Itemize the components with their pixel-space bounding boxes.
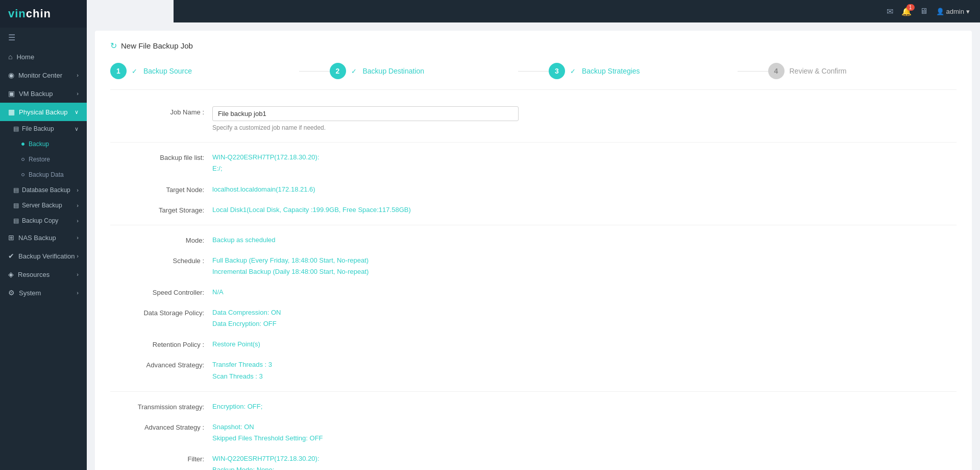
sidebar-item-physical-backup[interactable]: ▦ Physical Backup ∨ bbox=[0, 103, 87, 121]
content-area: ↻ New File Backup Job 1 ✓ Backup Source … bbox=[95, 31, 972, 470]
dot-icon bbox=[21, 173, 24, 176]
data-storage-line2: Data Encryption: OFF bbox=[212, 318, 957, 330]
monitor-icon[interactable]: 🖥 bbox=[920, 7, 928, 16]
step-3-circle: 3 bbox=[549, 63, 565, 79]
backup-file-line1: WIN-Q220ESRH7TP(172.18.30.20): bbox=[212, 152, 957, 163]
chevron-right-icon: › bbox=[77, 290, 79, 296]
sidebar-sub-label: File Backup bbox=[22, 125, 54, 132]
sidebar-item-monitor[interactable]: ◉ Monitor Center › bbox=[0, 66, 87, 84]
sidebar-sub-server-backup[interactable]: ▤ Server Backup › bbox=[0, 198, 87, 213]
sidebar-toggle[interactable]: ☰ bbox=[0, 28, 87, 48]
step-4: 4 Review & Confirm bbox=[768, 63, 957, 79]
sidebar-item-label: System bbox=[19, 289, 41, 297]
step-divider-1 bbox=[299, 71, 330, 72]
advanced-strategy2-line1: Snapshot: ON bbox=[212, 421, 957, 433]
advanced-strategy-line2: Scan Threads : 3 bbox=[212, 371, 957, 382]
database-icon: ▤ bbox=[13, 186, 19, 194]
chevron-right-icon: › bbox=[77, 187, 79, 193]
backup-file-list-value: WIN-Q220ESRH7TP(172.18.30.20): E:/; bbox=[212, 152, 957, 174]
sidebar-sub-database-backup[interactable]: ▤ Database Backup › bbox=[0, 182, 87, 198]
home-icon: ⌂ bbox=[8, 53, 12, 61]
step-1: 1 ✓ Backup Source bbox=[110, 63, 299, 79]
sidebar-item-label: Resources bbox=[18, 271, 50, 278]
transmission-value: Encryption: OFF; bbox=[212, 401, 957, 412]
target-storage-label: Target Storage: bbox=[110, 204, 212, 214]
mode-label: Mode: bbox=[110, 234, 212, 244]
filter-value: WIN-Q220ESRH7TP(172.18.30.20): Backup Mo… bbox=[212, 453, 957, 470]
advanced-strategy2-label: Advanced Strategy : bbox=[110, 421, 212, 431]
server-icon: ▤ bbox=[13, 202, 19, 209]
sidebar-item-home[interactable]: ⌂ Home bbox=[0, 48, 87, 66]
backup-file-line2: E:/; bbox=[212, 163, 957, 174]
monitor-icon: ◉ bbox=[8, 71, 14, 79]
sidebar-item-label: Home bbox=[16, 53, 34, 61]
step-divider-2 bbox=[518, 71, 549, 72]
job-name-input[interactable] bbox=[212, 106, 519, 121]
chevron-down-icon: ▾ bbox=[966, 8, 970, 15]
sidebar-sub-label: Database Backup bbox=[22, 186, 70, 194]
vm-icon: ▣ bbox=[8, 89, 15, 98]
target-storage-row: Target Storage: Local Disk1(Local Disk, … bbox=[110, 204, 957, 216]
chevron-right-icon: › bbox=[77, 218, 79, 224]
job-name-row: Job Name : Specify a customized job name… bbox=[110, 106, 957, 133]
chevron-right-icon: › bbox=[77, 90, 79, 97]
schedule-label: Schedule : bbox=[110, 255, 212, 265]
step-3-label: Backup Strategies bbox=[582, 67, 640, 75]
topbar: ✉ 🔔 1 🖥 👤 admin ▾ bbox=[174, 0, 980, 22]
job-name-label: Job Name : bbox=[110, 106, 212, 116]
data-storage-line1: Data Compression: ON bbox=[212, 307, 957, 318]
schedule-row: Schedule : Full Backup (Every Friday, 18… bbox=[110, 255, 957, 277]
steps-bar: 1 ✓ Backup Source 2 ✓ Backup Destination… bbox=[110, 63, 957, 90]
step-1-label: Backup Source bbox=[143, 67, 192, 75]
sidebar-item-system[interactable]: ⚙ System › bbox=[0, 284, 87, 302]
retention-value: Restore Point(s) bbox=[212, 339, 957, 350]
target-storage-value: Local Disk1(Local Disk, Capacity :199.9G… bbox=[212, 204, 957, 216]
target-node-label: Target Node: bbox=[110, 184, 212, 194]
sidebar-sub-restore[interactable]: Restore bbox=[0, 152, 87, 167]
retention-label: Retention Policy : bbox=[110, 339, 212, 348]
target-node-row: Target Node: localhost.localdomain(172.1… bbox=[110, 184, 957, 195]
nas-icon: ⊞ bbox=[8, 233, 14, 242]
sidebar-item-nas-backup[interactable]: ⊞ NAS Backup › bbox=[0, 228, 87, 247]
user-icon: 👤 bbox=[936, 8, 944, 15]
sidebar-sub-backup-data[interactable]: Backup Data bbox=[0, 167, 87, 182]
filter-label: Filter: bbox=[110, 453, 212, 463]
notification-badge: 1 bbox=[906, 4, 915, 11]
message-icon[interactable]: ✉ bbox=[887, 7, 893, 16]
main-content: ✉ 🔔 1 🖥 👤 admin ▾ ↻ New File Backup Job … bbox=[87, 0, 980, 470]
chevron-right-icon: › bbox=[77, 271, 79, 277]
schedule-value: Full Backup (Every Friday, 18:48:00 Star… bbox=[212, 255, 957, 277]
sidebar-sub-backup[interactable]: Backup bbox=[0, 136, 87, 152]
transmission-label: Transmission strategy: bbox=[110, 401, 212, 411]
sidebar-sub-label: Server Backup bbox=[22, 202, 62, 209]
schedule-line1: Full Backup (Every Friday, 18:48:00 Star… bbox=[212, 255, 957, 266]
sidebar-item-vm-backup[interactable]: ▣ VM Backup › bbox=[0, 84, 87, 103]
sidebar-sub-label: Restore bbox=[29, 156, 50, 163]
step-2-check: ✓ bbox=[351, 67, 357, 75]
data-storage-label: Data Storage Policy: bbox=[110, 307, 212, 317]
sidebar-sub-label: Backup Data bbox=[29, 171, 64, 178]
advanced-strategy-value: Transfer Threads : 3 Scan Threads : 3 bbox=[212, 359, 957, 382]
sidebar-item-backup-verification[interactable]: ✔ Backup Verification › bbox=[0, 247, 87, 265]
sidebar-item-label: Backup Verification bbox=[18, 252, 75, 260]
sidebar-sub-label: Backup Copy bbox=[22, 217, 58, 224]
transmission-row: Transmission strategy: Encryption: OFF; bbox=[110, 401, 957, 412]
username: admin bbox=[946, 8, 964, 15]
chevron-down-icon: ∨ bbox=[75, 126, 79, 132]
notification-icon[interactable]: 🔔 1 bbox=[901, 7, 912, 16]
chevron-right-icon: › bbox=[77, 234, 79, 241]
backup-file-list-label: Backup file list: bbox=[110, 152, 212, 161]
sidebar-sub-backup-copy[interactable]: ▤ Backup Copy › bbox=[0, 213, 87, 228]
chevron-right-icon: › bbox=[77, 72, 79, 78]
sidebar-item-label: Physical Backup bbox=[19, 108, 67, 116]
backup-file-list-row: Backup file list: WIN-Q220ESRH7TP(172.18… bbox=[110, 152, 957, 174]
sidebar-item-resources[interactable]: ◈ Resources › bbox=[0, 265, 87, 284]
sidebar-sub-file-backup[interactable]: ▤ File Backup ∨ bbox=[0, 121, 87, 136]
speed-controller-value: N/A bbox=[212, 287, 957, 298]
job-name-field: Specify a customized job name if needed. bbox=[212, 106, 957, 133]
data-storage-value: Data Compression: ON Data Encryption: OF… bbox=[212, 307, 957, 330]
file-icon: ▤ bbox=[13, 125, 19, 132]
step-1-check: ✓ bbox=[132, 67, 137, 75]
user-menu[interactable]: 👤 admin ▾ bbox=[936, 8, 970, 15]
speed-controller-label: Speed Controller: bbox=[110, 287, 212, 296]
